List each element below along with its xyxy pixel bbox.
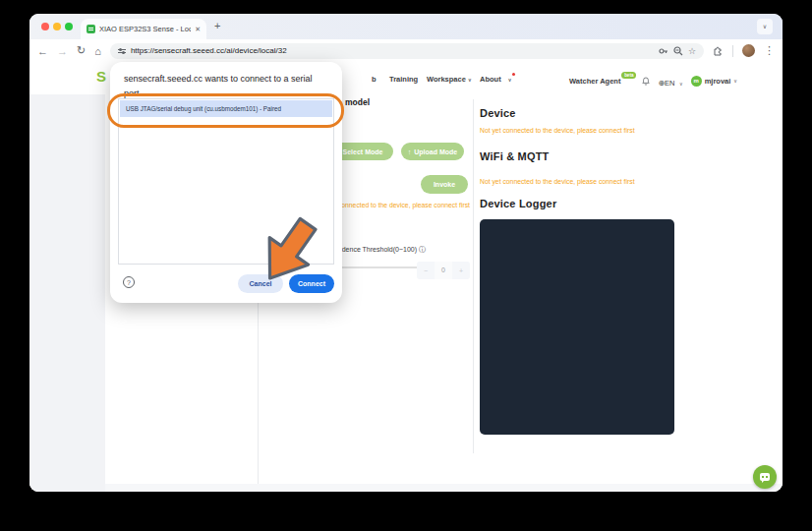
browser-profile-avatar[interactable] xyxy=(742,44,755,57)
nav-item-training[interactable]: Training xyxy=(389,75,418,84)
threshold-stepper[interactable]: − 0 + xyxy=(417,262,470,279)
back-icon[interactable]: ← xyxy=(37,45,48,57)
wifi-mqtt-section-title: WiFi & MQTT xyxy=(480,150,550,162)
wifi-warning-text: Not yet connected to the device, please … xyxy=(480,178,635,185)
site-favicon-icon xyxy=(87,25,95,33)
minimize-window-button[interactable] xyxy=(53,23,61,30)
help-icon[interactable]: ? xyxy=(123,276,135,288)
sensecraft-logo[interactable]: S xyxy=(96,68,106,85)
nav-item-watcher-agent[interactable]: Watcher Agent beta xyxy=(569,77,620,86)
panel-divider xyxy=(473,99,474,453)
browser-toolbar: ← → ↻ ⌂ https://sensecraft.seeed.cc/ai/d… xyxy=(29,39,783,62)
chevron-down-icon: ∨ xyxy=(508,77,512,83)
user-avatar: m xyxy=(691,76,702,87)
toolbar-divider xyxy=(732,45,733,57)
language-selector[interactable]: ⊕EN ∨ xyxy=(658,72,682,89)
chevron-down-icon: ∨ xyxy=(733,78,737,84)
bookmark-star-icon[interactable]: ☆ xyxy=(688,46,696,56)
browser-tab[interactable]: XIAO ESP32S3 Sense - Local ✕ xyxy=(81,19,206,39)
device-logger-section-title: Device Logger xyxy=(480,198,556,209)
beta-badge: beta xyxy=(621,72,636,79)
notification-bell-icon[interactable] xyxy=(642,77,650,86)
annotation-oval-highlight xyxy=(107,93,344,128)
zoom-out-icon[interactable] xyxy=(673,46,683,56)
invoke-button[interactable]: Invoke xyxy=(421,175,468,194)
tab-title: XIAO ESP32S3 Sense - Local xyxy=(99,25,191,33)
notification-dot xyxy=(512,73,515,76)
device-section-title: Device xyxy=(480,107,516,119)
nav-item-occluded[interactable]: b xyxy=(372,75,377,84)
extensions-icon[interactable] xyxy=(713,45,724,56)
chevron-down-icon: ∨ xyxy=(468,77,472,83)
password-key-icon[interactable] xyxy=(659,46,668,56)
chat-bubble-icon xyxy=(760,473,770,481)
nav-item-about[interactable]: About ∨ xyxy=(480,75,511,84)
user-menu[interactable]: m mjrovai ∨ xyxy=(691,76,737,87)
new-tab-button[interactable]: + xyxy=(214,20,220,31)
stepper-plus-icon[interactable]: + xyxy=(452,267,470,274)
upload-mode-button[interactable]: ↑Upload Mode xyxy=(401,143,464,160)
chat-support-button[interactable] xyxy=(753,465,777,489)
address-bar[interactable]: https://sensecraft.seeed.cc/ai/device/lo… xyxy=(110,43,704,59)
tab-search-chevron-icon[interactable]: ∨ xyxy=(757,19,773,34)
tab-close-icon[interactable]: ✕ xyxy=(195,26,201,33)
stepper-minus-icon[interactable]: − xyxy=(417,267,435,274)
model-section-label: model xyxy=(345,97,370,107)
site-settings-icon[interactable] xyxy=(118,49,126,53)
browser-menu-icon[interactable]: ⋮ xyxy=(764,44,775,57)
close-window-button[interactable] xyxy=(41,23,49,30)
chevron-down-icon: ∨ xyxy=(679,81,683,87)
left-sidebar xyxy=(29,94,105,492)
device-logger-console xyxy=(480,219,674,435)
card-bottom-edge xyxy=(105,484,783,492)
url-text[interactable]: https://sensecraft.seeed.cc/ai/device/lo… xyxy=(131,46,654,55)
stepper-value[interactable]: 0 xyxy=(435,262,452,279)
tab-strip: XIAO ESP32S3 Sense - Local ✕ + ∨ xyxy=(29,14,783,39)
home-icon[interactable]: ⌂ xyxy=(94,45,101,57)
upload-arrow-icon: ↑ xyxy=(408,148,412,155)
annotation-arrow-icon xyxy=(248,212,326,295)
nav-item-workspace[interactable]: Workspace ∨ xyxy=(427,75,472,84)
fullscreen-window-button[interactable] xyxy=(65,23,73,30)
forward-icon[interactable]: → xyxy=(57,45,68,57)
device-warning-text: Not yet connected to the device, please … xyxy=(480,127,635,134)
reload-icon[interactable]: ↻ xyxy=(77,44,86,57)
